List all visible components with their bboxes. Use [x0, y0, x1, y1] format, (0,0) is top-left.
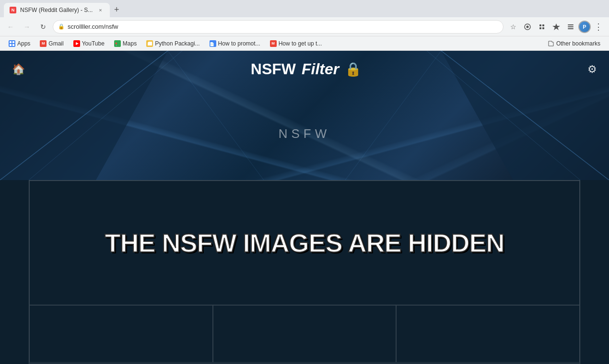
apps-favicon: [9, 40, 15, 47]
chrome-menu-button[interactable]: ⋮: [592, 20, 605, 34]
grid-bottom-left-cell: [29, 305, 213, 363]
extension-icon-2[interactable]: [535, 20, 549, 34]
svg-rect-2: [539, 24, 541, 26]
nsfw-word: NSFW: [251, 60, 296, 78]
svg-rect-9: [568, 28, 574, 29]
youtube-label: YouTube: [82, 40, 105, 47]
svg-rect-4: [539, 27, 541, 29]
nsfw-filter-heading: NSFW Filter 🔒: [251, 60, 362, 78]
python-label: Python Packagi...: [155, 40, 199, 47]
forward-button[interactable]: →: [20, 20, 34, 34]
grid-bottom-right-cell: [396, 305, 580, 363]
url-text: scrollller.com/nsfw: [68, 23, 498, 30]
gmail-label: Gmail: [48, 40, 63, 47]
nav-bar: ← → ↻ 🔒 scrollller.com/nsfw ☆ P ⋮: [0, 17, 609, 36]
other-bookmarks-button[interactable]: Other bookmarks: [544, 38, 604, 49]
tab-title: NSFW (Reddit Gallery) - S...: [20, 7, 93, 13]
ssl-lock-icon: 🔒: [58, 23, 65, 30]
address-bar[interactable]: 🔒 scrollller.com/nsfw: [53, 20, 504, 34]
site-header-nav: 🏠 NSFW Filter 🔒 ⚙: [0, 51, 609, 88]
filter-word: Filter: [302, 60, 339, 78]
nsfw-center-label: NSFW: [279, 126, 331, 141]
bookmark-python[interactable]: Python Packagi...: [142, 38, 203, 49]
svg-point-1: [527, 25, 529, 28]
image-grid: THE NSFW IMAGES ARE HIDDEN: [29, 180, 580, 364]
svg-rect-3: [542, 24, 544, 26]
svg-rect-7: [568, 26, 574, 27]
extension-icon-1[interactable]: [521, 20, 534, 34]
python-favicon: [146, 40, 153, 47]
site-home-button[interactable]: 🏠: [12, 63, 25, 76]
getup-label: How to get up t...: [279, 40, 322, 47]
bookmark-promote[interactable]: 📄 How to promot...: [206, 38, 264, 49]
svg-rect-5: [542, 27, 544, 29]
site-header: 🏠 NSFW Filter 🔒 ⚙ NSFW: [0, 51, 609, 180]
bookmarks-right: Other bookmarks: [544, 38, 604, 49]
promote-favicon: 📄: [210, 40, 216, 47]
profile-initial: P: [583, 24, 586, 30]
getup-favicon: M: [270, 40, 277, 47]
extension-icon-3[interactable]: [550, 20, 563, 34]
svg-rect-13: [12, 44, 14, 46]
svg-rect-12: [10, 44, 12, 46]
bookmark-apps[interactable]: Apps: [5, 38, 34, 49]
apps-label: Apps: [17, 40, 30, 47]
bookmark-star-button[interactable]: ☆: [506, 20, 520, 34]
nav-right-icons: ☆ P ⋮: [506, 20, 605, 34]
bookmark-getup[interactable]: M How to get up t...: [266, 38, 326, 49]
tab-favicon: N: [10, 7, 16, 13]
site-settings-button[interactable]: ⚙: [587, 63, 597, 76]
tab-bar: N NSFW (Reddit Gallery) - S... × +: [0, 0, 609, 17]
active-tab[interactable]: N NSFW (Reddit Gallery) - S... ×: [4, 3, 110, 17]
svg-rect-10: [10, 41, 12, 43]
promote-label: How to promot...: [218, 40, 260, 47]
bookmark-maps[interactable]: 📍 Maps: [110, 38, 141, 49]
profile-button[interactable]: P: [578, 21, 591, 33]
back-button[interactable]: ←: [4, 20, 17, 34]
site-header-center: NSFW: [0, 88, 609, 180]
bookmark-youtube[interactable]: YouTube: [70, 38, 108, 49]
grid-main-cell: THE NSFW IMAGES ARE HIDDEN: [29, 181, 580, 305]
bookmarks-bar: Apps M Gmail YouTube 📍 Maps Python Packa…: [0, 36, 609, 51]
bookmark-gmail[interactable]: M Gmail: [36, 38, 67, 49]
website-content: 🏠 NSFW Filter 🔒 ⚙ NSFW THE NSFW IMAGES A…: [0, 51, 609, 364]
hidden-images-message: THE NSFW IMAGES ARE HIDDEN: [105, 228, 504, 258]
maps-label: Maps: [123, 40, 137, 47]
other-bookmarks-label: Other bookmarks: [556, 40, 600, 47]
tab-close-button[interactable]: ×: [96, 6, 104, 14]
reload-button[interactable]: ↻: [36, 20, 50, 34]
maps-favicon: 📍: [114, 40, 121, 47]
svg-marker-14: [76, 42, 79, 45]
svg-marker-6: [552, 23, 560, 30]
svg-rect-11: [12, 41, 14, 43]
filter-lock-icon: 🔒: [345, 61, 362, 77]
grid-bottom-mid-cell: [213, 305, 397, 363]
browser-frame: N NSFW (Reddit Gallery) - S... × + ← → ↻…: [0, 0, 609, 364]
new-tab-button[interactable]: +: [110, 3, 123, 16]
svg-rect-8: [568, 24, 574, 25]
extensions-button[interactable]: [564, 20, 577, 34]
youtube-favicon: [73, 40, 80, 47]
gmail-favicon: M: [40, 40, 47, 47]
